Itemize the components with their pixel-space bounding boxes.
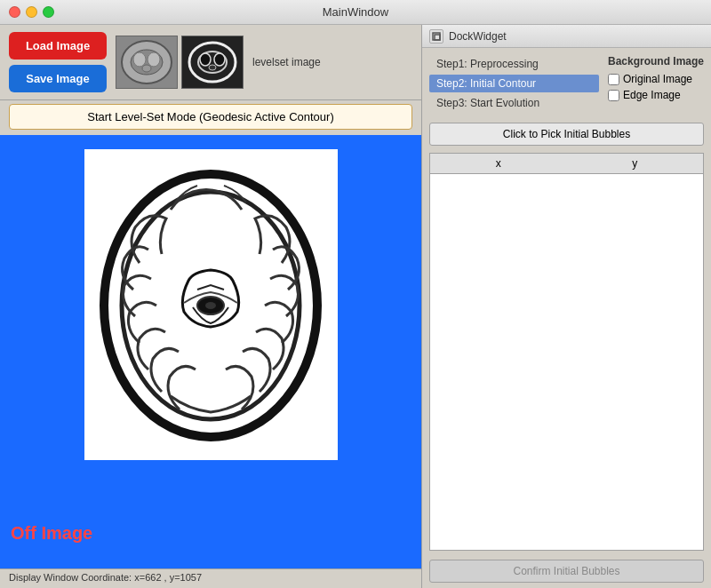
- titlebar: MainWindow: [0, 0, 711, 25]
- step3-item[interactable]: Step3: Start Evolution: [429, 94, 599, 112]
- image-thumbnails: levelset image: [116, 36, 321, 89]
- original-image-option[interactable]: Original Image: [608, 73, 704, 85]
- toolbar: Load Image Save Image: [0, 25, 421, 100]
- svg-point-3: [148, 52, 160, 67]
- dock-titlebar: DockWidget: [422, 25, 711, 48]
- thumbnail-original[interactable]: [116, 36, 178, 89]
- off-image-label: Off Image: [11, 523, 92, 544]
- svg-point-10: [209, 65, 216, 70]
- brain-image-container: [84, 149, 338, 460]
- svg-point-15: [205, 302, 216, 309]
- step1-item[interactable]: Step1: Preprocessing: [429, 55, 599, 73]
- steps-area: Step1: Preprocessing Step2: Initial Cont…: [422, 48, 711, 119]
- window-controls[interactable]: [9, 6, 54, 18]
- step2-item[interactable]: Step2: Initial Contour: [429, 75, 599, 92]
- action-buttons: Load Image Save Image: [9, 32, 107, 92]
- pick-bubbles-button[interactable]: Click to Pick Initial Bubbles: [429, 123, 704, 146]
- thumbnail-processed[interactable]: [181, 36, 244, 89]
- load-image-button[interactable]: Load Image: [9, 32, 107, 60]
- window-title: MainWindow: [323, 5, 388, 19]
- confirm-bubbles-button[interactable]: Confirm Initial Bubbles: [429, 560, 704, 583]
- image-canvas-area[interactable]: Off Image: [0, 135, 421, 568]
- svg-rect-5: [182, 36, 243, 88]
- levelset-mode-button[interactable]: Start Level-Set Mode (Geodesic Active Co…: [9, 104, 412, 130]
- main-layout: Load Image Save Image: [0, 25, 711, 588]
- svg-point-9: [214, 53, 225, 66]
- status-text: Display Window Coordinate: x=662 , y=105…: [9, 572, 202, 583]
- coordinates-table: x y: [429, 153, 704, 551]
- edge-image-option[interactable]: Edge Image: [608, 89, 704, 101]
- bg-options-title: Background Image: [608, 55, 704, 68]
- original-image-checkbox[interactable]: [608, 74, 619, 85]
- thumbnail-label: levelset image: [252, 56, 321, 68]
- levelset-button-row: Start Level-Set Mode (Geodesic Active Co…: [0, 100, 421, 135]
- edge-image-label: Edge Image: [623, 89, 681, 101]
- dock-title: DockWidget: [449, 30, 507, 43]
- dock-widget: DockWidget Step1: Preprocessing Step2: I…: [422, 25, 711, 588]
- minimize-button[interactable]: [26, 6, 37, 18]
- close-button[interactable]: [9, 6, 20, 18]
- svg-point-4: [142, 65, 151, 72]
- original-image-label: Original Image: [623, 73, 692, 85]
- edge-image-checkbox[interactable]: [608, 90, 619, 101]
- steps-list: Step1: Preprocessing Step2: Initial Cont…: [429, 55, 599, 112]
- col-y-header: y: [567, 154, 704, 174]
- svg-point-2: [133, 52, 146, 67]
- background-options: Background Image Original Image Edge Ima…: [608, 55, 704, 112]
- left-panel: Load Image Save Image: [0, 25, 422, 588]
- svg-point-8: [200, 53, 211, 66]
- save-image-button[interactable]: Save Image: [9, 65, 107, 92]
- maximize-button[interactable]: [43, 6, 54, 18]
- dock-float-button[interactable]: [429, 29, 443, 44]
- col-x-header: x: [430, 154, 567, 174]
- svg-rect-17: [435, 35, 440, 40]
- status-bar: Display Window Coordinate: x=662 , y=105…: [0, 568, 421, 588]
- brain-mri-image: [91, 156, 331, 454]
- svg-rect-16: [433, 33, 440, 40]
